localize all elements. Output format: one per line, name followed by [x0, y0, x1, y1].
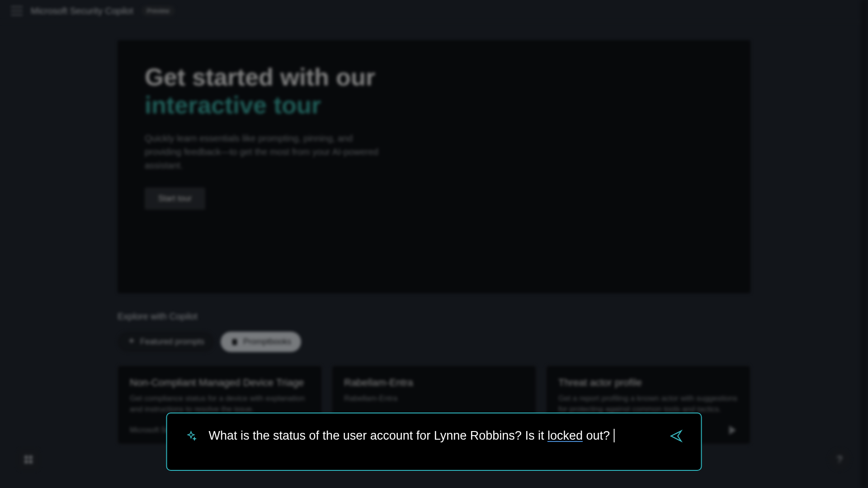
menu-icon[interactable] [11, 6, 23, 15]
tab-promptbooks-label: Promptbooks [243, 337, 291, 347]
prompt-text-underlined: locked [547, 429, 583, 442]
scrollbar[interactable] [861, 0, 867, 488]
help-button[interactable]: ? [829, 449, 850, 470]
card-desc: Rabellam-Entra [344, 393, 524, 415]
hero-description: Quickly learn essentials like prompting,… [145, 131, 380, 172]
tab-featured-prompts[interactable]: Featured prompts [118, 332, 214, 352]
start-tour-button[interactable]: Start tour [145, 188, 205, 210]
app-title: Microsoft Security Copilot [31, 6, 133, 16]
svg-rect-4 [29, 460, 32, 463]
svg-rect-2 [29, 456, 32, 459]
svg-rect-1 [25, 456, 28, 459]
grid-icon [24, 455, 33, 465]
send-icon[interactable] [670, 429, 683, 443]
play-icon[interactable] [729, 426, 738, 435]
svg-rect-0 [232, 339, 237, 345]
tab-featured-label: Featured prompts [140, 337, 204, 347]
sparkle-icon [127, 338, 136, 346]
card-title: Threat actor profile [558, 377, 738, 389]
prompt-bar: What is the status of the user account f… [166, 413, 702, 471]
card-title: Rabellam-Entra [344, 377, 524, 389]
card-desc: Get a report profiling a known actor wit… [558, 393, 738, 415]
card-desc: Get compliance status for a device with … [130, 393, 310, 415]
svg-rect-3 [25, 460, 28, 463]
grid-apps-button[interactable] [18, 449, 39, 470]
explore-heading: Explore with Copilot [118, 311, 750, 322]
preview-badge: Preview [142, 5, 175, 16]
hero-title-line2: interactive tour [145, 91, 321, 118]
hero-title-line1: Get started with our [145, 63, 375, 90]
prompt-text-after: out? [583, 429, 610, 442]
card-title: Non-Compliant Managed Device Triage [130, 377, 310, 389]
book-icon [231, 338, 239, 346]
tab-promptbooks[interactable]: Promptbooks [221, 332, 301, 352]
top-bar: Microsoft Security Copilot Preview [0, 0, 868, 22]
hero-card: Get started with our interactive tour Qu… [118, 40, 750, 293]
hero-title: Get started with our interactive tour [145, 63, 723, 119]
sparkle-icon [185, 430, 197, 442]
prompt-input[interactable]: What is the status of the user account f… [209, 429, 658, 443]
prompt-text-before: What is the status of the user account f… [209, 429, 547, 442]
help-icon: ? [837, 454, 842, 465]
